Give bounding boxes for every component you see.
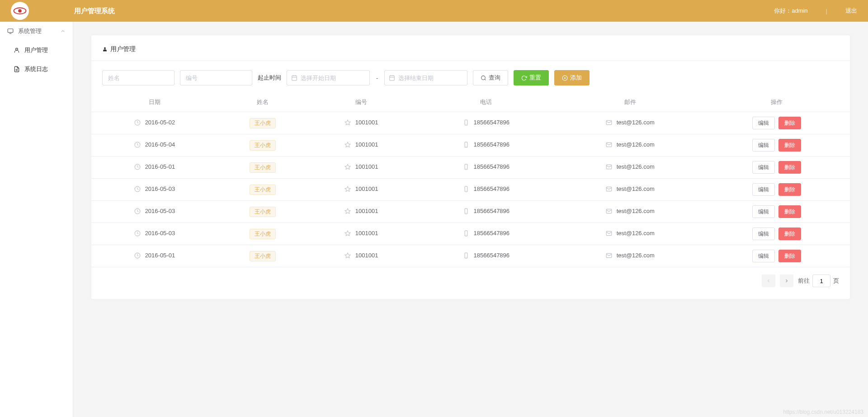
delete-button[interactable]: 删除 (778, 205, 801, 218)
svg-marker-22 (345, 120, 350, 125)
sidebar-item-label: 系统日志 (24, 65, 48, 73)
star-icon (344, 208, 351, 214)
menu-group-system[interactable]: 系统管理 (0, 22, 73, 41)
panel-title: 用户管理 (91, 45, 850, 61)
cell-name-tag: 王小虎 (250, 162, 276, 173)
cell-name-tag: 王小虎 (250, 229, 276, 239)
cell-phone: 18566547896 (474, 208, 510, 214)
phone-icon (463, 119, 469, 126)
cell-date: 2016-05-03 (145, 208, 175, 214)
phone-icon (463, 252, 469, 259)
sidebar: 系统管理 用户管理 系统日志 (0, 22, 73, 417)
person-icon (102, 47, 108, 52)
cell-phone: 18566547896 (474, 141, 510, 148)
edit-button[interactable]: 编辑 (752, 183, 775, 196)
add-button[interactable]: 添加 (554, 70, 590, 85)
monitor-icon (7, 28, 14, 34)
clock-icon (134, 208, 141, 214)
table-row: 2016-05-01 王小虎 1001001 18566547896 test@… (91, 245, 850, 267)
edit-button[interactable]: 编辑 (752, 250, 775, 262)
delete-button[interactable]: 删除 (778, 250, 801, 262)
phone-icon (463, 230, 469, 237)
name-input[interactable] (102, 70, 175, 85)
mail-icon (606, 208, 612, 214)
end-date-input[interactable] (384, 70, 467, 85)
cell-phone: 18566547896 (474, 119, 510, 126)
svg-rect-28 (465, 142, 467, 147)
svg-rect-43 (465, 208, 467, 214)
sidebar-item-users[interactable]: 用户管理 (0, 41, 73, 60)
cell-email: test@126.com (617, 230, 655, 237)
cell-name-tag: 王小虎 (250, 207, 276, 217)
edit-button[interactable]: 编辑 (752, 227, 775, 240)
date-range-label: 起止时间 (258, 74, 281, 82)
svg-rect-33 (465, 164, 467, 170)
svg-marker-52 (345, 253, 350, 258)
page-jump: 前往 页 (798, 275, 839, 287)
table-header-row: 日期 姓名 编号 电话 邮件 操作 (91, 93, 850, 112)
cell-phone: 18566547896 (474, 230, 510, 237)
delete-button[interactable]: 删除 (778, 227, 801, 240)
star-icon (344, 164, 351, 170)
svg-rect-38 (465, 186, 467, 192)
cell-code: 1001001 (355, 163, 378, 170)
svg-rect-2 (8, 29, 13, 33)
svg-line-17 (485, 79, 486, 80)
svg-rect-23 (465, 120, 467, 125)
table-row: 2016-05-02 王小虎 1001001 18566547896 test@… (91, 112, 850, 134)
greeting: 你好：admin (774, 7, 807, 15)
query-button[interactable]: 查询 (473, 70, 508, 85)
logo (11, 2, 29, 20)
next-page-button[interactable] (780, 275, 793, 287)
cell-name-tag: 王小虎 (250, 185, 276, 195)
th-actions: 操作 (703, 93, 850, 112)
clock-icon (134, 142, 141, 148)
cell-code: 1001001 (355, 185, 378, 192)
star-icon (344, 142, 351, 148)
phone-icon (463, 164, 469, 170)
main-content: 用户管理 起止时间 - 查询 (73, 22, 868, 417)
th-email: 邮件 (557, 93, 703, 112)
code-input[interactable] (180, 70, 252, 85)
edit-button[interactable]: 编辑 (752, 117, 775, 129)
cell-code: 1001001 (355, 119, 378, 126)
filters: 起止时间 - 查询 重置 (91, 61, 850, 93)
edit-button[interactable]: 编辑 (752, 205, 775, 218)
cell-phone: 18566547896 (474, 252, 510, 259)
cell-name-tag: 王小虎 (250, 251, 276, 261)
reset-button[interactable]: 重置 (514, 70, 549, 85)
table-row: 2016-05-01 王小虎 1001001 18566547896 test@… (91, 156, 850, 179)
mail-icon (606, 119, 612, 126)
page-number-input[interactable] (812, 275, 830, 287)
svg-point-7 (104, 47, 106, 49)
delete-button[interactable]: 删除 (778, 161, 801, 174)
cell-date: 2016-05-02 (145, 119, 175, 126)
svg-marker-32 (345, 164, 350, 169)
mail-icon (606, 142, 612, 148)
logout-link[interactable]: 退出 (845, 7, 857, 15)
edit-button[interactable]: 编辑 (752, 139, 775, 152)
edit-button[interactable]: 编辑 (752, 161, 775, 174)
delete-button[interactable]: 删除 (778, 117, 801, 129)
prev-page-button[interactable] (762, 275, 775, 287)
user-table: 日期 姓名 编号 电话 邮件 操作 2016-05-02 王小虎 1001001… (91, 93, 850, 267)
phone-icon (463, 208, 469, 214)
cell-code: 1001001 (355, 252, 378, 259)
clock-icon (134, 186, 141, 192)
cell-date: 2016-05-01 (145, 163, 175, 170)
th-code: 编号 (307, 93, 415, 112)
cell-email: test@126.com (617, 119, 655, 126)
clock-icon (134, 164, 141, 170)
table-row: 2016-05-04 王小虎 1001001 18566547896 test@… (91, 134, 850, 156)
refresh-icon (521, 75, 527, 81)
cell-email: test@126.com (617, 141, 655, 148)
delete-button[interactable]: 删除 (778, 183, 801, 196)
start-date-input[interactable] (287, 70, 370, 85)
mail-icon (606, 164, 612, 170)
phone-icon (463, 142, 469, 148)
sidebar-item-logs[interactable]: 系统日志 (0, 60, 73, 79)
delete-button[interactable]: 删除 (778, 139, 801, 152)
clock-icon (134, 230, 141, 237)
cell-date: 2016-05-03 (145, 230, 175, 237)
cell-name-tag: 王小虎 (250, 118, 276, 128)
